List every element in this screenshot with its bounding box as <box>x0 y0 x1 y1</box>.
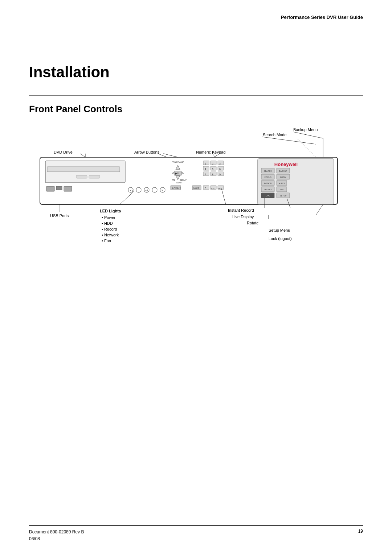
svg-rect-52 <box>203 172 209 176</box>
svg-text:10+: 10+ <box>211 187 215 190</box>
svg-text:LED Lights: LED Lights <box>100 209 121 213</box>
svg-text:USB Ports: USB Ports <box>50 214 69 218</box>
page-container: Performance Series DVR User Guide Instal… <box>0 0 392 557</box>
svg-text:0: 0 <box>205 187 206 190</box>
page-footer: Document 800-02089 Rev B 06/08 19 <box>29 525 363 542</box>
svg-text:6: 6 <box>219 168 221 170</box>
svg-text:▶II: ▶II <box>175 172 179 175</box>
svg-text:PANORAMA: PANORAMA <box>172 161 184 163</box>
svg-rect-25 <box>64 186 72 191</box>
dvr-diagram: Backup Menu Search Mode DVD Drive Arrow … <box>29 125 363 277</box>
svg-text:Search Mode: Search Mode <box>263 133 286 137</box>
svg-text:Instant Record: Instant Record <box>228 208 254 212</box>
svg-text:• Record: • Record <box>102 227 117 231</box>
svg-text:SEARCH: SEARCH <box>264 170 272 172</box>
section-title: Front Panel Controls <box>29 103 363 115</box>
svg-text:Setup Menu: Setup Menu <box>269 228 290 232</box>
svg-text:Numeric Keypad: Numeric Keypad <box>196 150 225 154</box>
svg-text:BACKUP: BACKUP <box>279 170 287 172</box>
svg-rect-12 <box>47 167 120 172</box>
svg-text:ROTATE: ROTATE <box>264 182 272 184</box>
svg-text:Rotate: Rotate <box>247 221 258 225</box>
chapter-title: Installation <box>29 64 363 81</box>
svg-text:✕: ✕ <box>161 189 163 192</box>
svg-rect-24 <box>56 186 62 190</box>
svg-text:PRESET: PRESET <box>264 188 272 191</box>
page-number: 19 <box>358 529 363 534</box>
svg-text:9: 9 <box>219 173 221 176</box>
diagram-container: Backup Menu Search Mode DVD Drive Arrow … <box>29 125 363 277</box>
svg-rect-23 <box>46 186 54 191</box>
svg-text:cd: cd <box>145 189 148 192</box>
svg-text:Live Display: Live Display <box>232 215 254 219</box>
svg-text:3: 3 <box>219 162 221 165</box>
svg-line-3 <box>262 137 316 144</box>
svg-text:DVD Drive: DVD Drive <box>54 150 73 154</box>
svg-rect-40 <box>203 161 209 165</box>
svg-text:SMART: SMART <box>176 182 183 184</box>
svg-text:ZOOM: ZOOM <box>280 176 286 178</box>
svg-text:PTZ: PTZ <box>172 179 175 181</box>
svg-text:8: 8 <box>212 173 213 176</box>
svg-text:FOCUS: FOCUS <box>264 176 271 178</box>
svg-text:SETUP: SETUP <box>280 195 287 197</box>
svg-line-106 <box>298 139 316 157</box>
svg-text:7: 7 <box>205 173 206 176</box>
page-header: Performance Series DVR User Guide <box>29 15 363 20</box>
svg-rect-42 <box>211 161 216 165</box>
svg-text:4: 4 <box>205 168 206 170</box>
footer-left: Document 800-02089 Rev B 06/08 <box>29 529 84 542</box>
svg-text:• HDD: • HDD <box>102 221 113 225</box>
header-title: Performance Series DVR User Guide <box>281 15 363 20</box>
svg-text:Backup Menu: Backup Menu <box>293 127 318 132</box>
svg-text:IRIS: IRIS <box>280 188 284 191</box>
svg-text:• Network: • Network <box>102 233 119 237</box>
svg-text:LIVE: LIVE <box>266 195 270 197</box>
svg-text:ENTER: ENTER <box>172 187 181 189</box>
svg-rect-50 <box>218 166 224 170</box>
svg-text:Arrow Buttons: Arrow Buttons <box>134 150 160 154</box>
svg-rect-13 <box>76 175 87 178</box>
svg-line-103 <box>316 204 323 215</box>
svg-text:1: 1 <box>205 162 206 165</box>
svg-rect-44 <box>218 161 224 165</box>
svg-rect-58 <box>203 186 209 190</box>
doc-info: Document 800-02089 Rev B <box>29 529 84 536</box>
svg-text:✕✕: ✕✕ <box>130 189 134 192</box>
doc-date: 06/08 <box>29 536 84 542</box>
svg-rect-48 <box>211 166 216 170</box>
svg-text:• Fan: • Fan <box>102 239 111 243</box>
svg-line-1 <box>293 132 323 138</box>
svg-text:• Power: • Power <box>102 215 115 220</box>
svg-text:▲IRIS: ▲IRIS <box>279 182 285 184</box>
svg-rect-56 <box>218 172 224 176</box>
svg-text:2: 2 <box>212 162 213 165</box>
svg-rect-54 <box>211 172 216 176</box>
svg-text:Lock (logout): Lock (logout) <box>269 236 292 241</box>
svg-text:5: 5 <box>212 168 213 170</box>
top-divider <box>29 95 363 96</box>
svg-rect-46 <box>203 166 209 170</box>
svg-text:EXIT: EXIT <box>193 187 199 189</box>
svg-rect-14 <box>89 175 100 178</box>
svg-text:Honeywell: Honeywell <box>274 162 298 167</box>
svg-text:REPLAY: REPLAY <box>180 179 187 181</box>
section-divider <box>29 117 363 117</box>
svg-text:REC: REC <box>218 187 222 190</box>
